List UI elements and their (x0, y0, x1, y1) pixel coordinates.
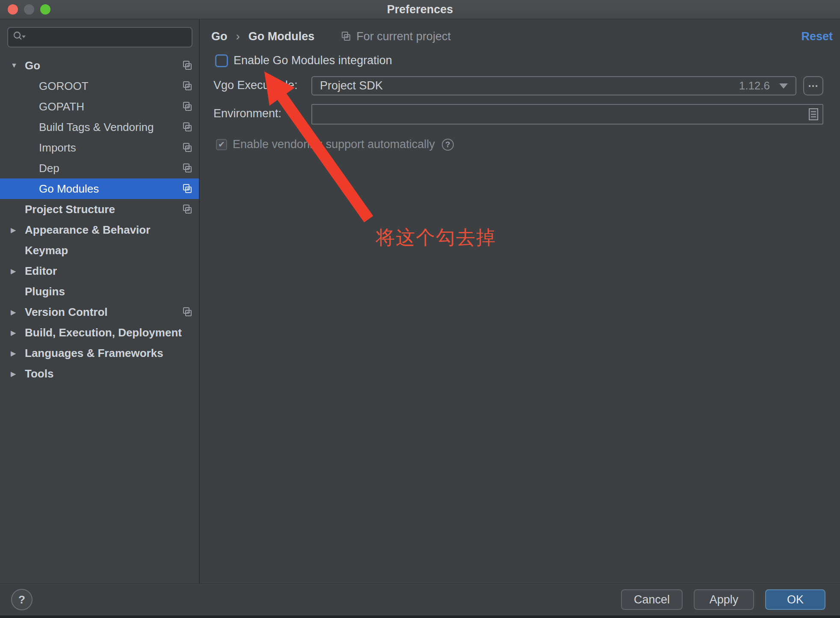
duplicate-settings-icon (182, 184, 192, 194)
vgo-executable-dropdown[interactable]: Project SDK 1.12.6 (311, 76, 796, 95)
window-title: Preferences (387, 3, 453, 16)
sidebar-item-label: Version Control (25, 306, 108, 319)
vgo-executable-label: Vgo Executable: (213, 79, 298, 92)
zoom-window-icon[interactable] (40, 4, 50, 15)
environment-field[interactable] (311, 104, 823, 125)
sidebar-item-label: Tools (25, 367, 53, 380)
sidebar-item-go[interactable]: ▼ Go (0, 55, 199, 76)
sidebar-item-label: Project Structure (25, 203, 115, 216)
sidebar-item-plugins[interactable]: Plugins (0, 281, 199, 302)
environment-variables-icon[interactable] (808, 107, 819, 121)
help-button[interactable]: ? (11, 589, 33, 610)
environment-label: Environment: (213, 107, 281, 120)
duplicate-settings-icon (182, 307, 192, 317)
settings-tree: ▼ Go GOROOT GOPATH Build Tags & Vendorin… (0, 55, 199, 384)
sidebar-item-label: Build, Execution, Deployment (25, 326, 182, 339)
expander-icon[interactable]: ▶ (11, 329, 22, 337)
duplicate-settings-icon (182, 60, 192, 71)
settings-search-box[interactable] (7, 27, 192, 48)
sidebar-item-languages-frameworks[interactable]: ▶ Languages & Frameworks (0, 343, 199, 363)
duplicate-settings-icon (182, 101, 192, 112)
sidebar-item-label: Languages & Frameworks (25, 347, 163, 360)
footer-bar: ? Cancel Apply OK (0, 583, 840, 615)
sidebar-item-build-execution-deployment[interactable]: ▶ Build, Execution, Deployment (0, 322, 199, 343)
expander-icon[interactable]: ▶ (11, 226, 22, 234)
enable-vendoring-row: Enable vendoring support automatically ? (216, 138, 454, 151)
preferences-window: Preferences ▼ Go GOROOT GOPATH (0, 0, 840, 618)
sidebar-item-label: Go (25, 59, 40, 72)
sidebar-item-label: Build Tags & Vendoring (39, 121, 154, 134)
sidebar-item-label: GOPATH (39, 100, 84, 113)
scope-indicator: For current project (341, 30, 451, 43)
vendoring-help-icon[interactable]: ? (442, 139, 454, 151)
duplicate-settings-icon (182, 143, 192, 153)
sidebar-item-goroot[interactable]: GOROOT (0, 76, 199, 96)
scope-label: For current project (356, 30, 451, 43)
traffic-lights (8, 4, 50, 15)
duplicate-settings-icon (182, 122, 192, 132)
duplicate-settings-icon (182, 163, 192, 173)
close-window-icon[interactable] (8, 4, 18, 15)
sidebar-item-label: Dep (39, 162, 59, 175)
minimize-window-icon[interactable] (24, 4, 34, 15)
search-input[interactable] (30, 31, 187, 44)
project-scope-icon (341, 31, 351, 42)
settings-sidebar: ▼ Go GOROOT GOPATH Build Tags & Vendorin… (0, 20, 200, 583)
sidebar-item-label: Go Modules (39, 182, 99, 196)
enable-vendoring-checkbox (216, 139, 227, 150)
enable-vendoring-label: Enable vendoring support automatically (233, 138, 435, 151)
expander-icon[interactable]: ▶ (11, 349, 22, 357)
breadcrumb-segment-go-modules[interactable]: Go Modules (248, 30, 315, 43)
sdk-version-label: 1.12.6 (739, 79, 770, 92)
enable-go-modules-checkbox[interactable] (215, 54, 228, 67)
expander-icon[interactable]: ▼ (11, 62, 22, 69)
apply-button[interactable]: Apply (694, 589, 754, 610)
sidebar-item-dep[interactable]: Dep (0, 158, 199, 178)
sidebar-item-label: Keymap (25, 244, 68, 257)
sidebar-item-label: GOROOT (39, 80, 89, 93)
expander-icon[interactable]: ▶ (11, 370, 22, 378)
enable-go-modules-row: Enable Go Modules integration (215, 54, 392, 67)
ok-button[interactable]: OK (765, 589, 825, 610)
sidebar-item-version-control[interactable]: ▶ Version Control (0, 302, 199, 322)
window-bottom-edge (0, 615, 840, 618)
vgo-executable-value: Project SDK (320, 79, 383, 92)
breadcrumb: Go › Go Modules For current project Rese… (211, 26, 833, 47)
expander-icon[interactable]: ▶ (11, 267, 22, 275)
sidebar-item-go-modules[interactable]: Go Modules (0, 178, 199, 199)
settings-content: Go › Go Modules For current project Rese… (201, 20, 840, 583)
sidebar-item-tools[interactable]: ▶ Tools (0, 363, 199, 384)
duplicate-settings-icon (182, 81, 192, 91)
sidebar-item-project-structure[interactable]: Project Structure (0, 199, 199, 220)
cancel-button[interactable]: Cancel (621, 589, 683, 610)
environment-input[interactable] (318, 105, 808, 124)
sidebar-item-imports[interactable]: Imports (0, 137, 199, 158)
enable-go-modules-label: Enable Go Modules integration (234, 54, 392, 67)
reset-link[interactable]: Reset (801, 30, 833, 43)
sidebar-item-label: Editor (25, 264, 57, 278)
sidebar-item-label: Imports (39, 141, 76, 154)
sidebar-item-keymap[interactable]: Keymap (0, 240, 199, 261)
search-icon (12, 30, 27, 45)
sidebar-item-label: Appearance & Behavior (25, 223, 150, 237)
sidebar-item-appearance-behavior[interactable]: ▶ Appearance & Behavior (0, 220, 199, 240)
expander-icon[interactable]: ▶ (11, 308, 22, 316)
sidebar-item-gopath[interactable]: GOPATH (0, 96, 199, 117)
title-bar: Preferences (0, 0, 840, 19)
sidebar-item-build-tags-vendoring[interactable]: Build Tags & Vendoring (0, 117, 199, 137)
sidebar-item-editor[interactable]: ▶ Editor (0, 261, 199, 281)
sidebar-item-label: Plugins (25, 285, 65, 298)
breadcrumb-separator-icon: › (236, 30, 240, 43)
breadcrumb-segment-go[interactable]: Go (211, 30, 228, 43)
dropdown-caret-icon (779, 83, 788, 89)
browse-vgo-button[interactable]: ... (803, 76, 823, 95)
duplicate-settings-icon (182, 204, 192, 214)
